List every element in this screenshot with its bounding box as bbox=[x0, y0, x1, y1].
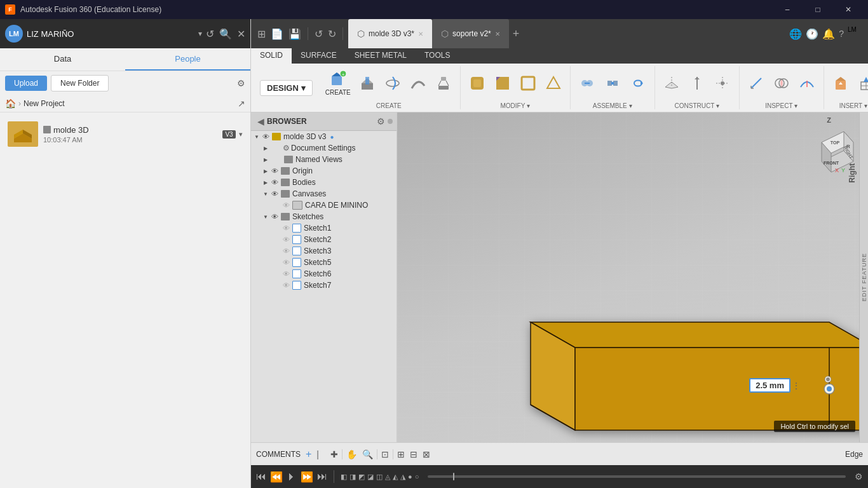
anim-next-icon[interactable]: ⏩ bbox=[301, 471, 313, 483]
visibility-icon[interactable]: 👁 bbox=[271, 213, 278, 220]
fillet-button[interactable] bbox=[466, 73, 489, 93]
measure-button[interactable] bbox=[745, 73, 768, 93]
upload-button[interactable]: Upload bbox=[5, 76, 47, 91]
kf-icon-6[interactable]: ◬ bbox=[385, 473, 390, 481]
expand-icon[interactable] bbox=[261, 166, 270, 175]
close-panel-icon[interactable]: ✕ bbox=[237, 28, 245, 40]
viewport[interactable]: Z R TOP FRONT RIGHT bbox=[397, 112, 868, 442]
vis-hidden-icon[interactable]: 👁 bbox=[283, 236, 290, 243]
undo-icon[interactable]: ↺ bbox=[313, 27, 324, 41]
loft-button[interactable] bbox=[432, 73, 455, 93]
refresh-icon[interactable]: ↺ bbox=[206, 28, 214, 40]
tree-item-doc-settings[interactable]: Document Settings bbox=[251, 142, 397, 154]
design-dropdown[interactable]: DESIGN ▾ bbox=[260, 80, 313, 96]
kf-icon-3[interactable]: ◩ bbox=[358, 473, 365, 481]
anim-first-icon[interactable]: ⏮ bbox=[256, 471, 266, 482]
insert-mesh-button[interactable] bbox=[855, 73, 868, 93]
chamfer-button[interactable] bbox=[491, 73, 514, 93]
insert-derive-button[interactable] bbox=[829, 73, 852, 93]
doc-tab-2-close[interactable]: ✕ bbox=[495, 30, 500, 37]
view-options-icon[interactable]: ⊠ bbox=[421, 448, 431, 461]
curvature-button[interactable] bbox=[796, 73, 818, 93]
orbit-icon[interactable]: ✋ bbox=[345, 448, 358, 461]
tree-item-root[interactable]: 👁 molde 3D v3 ● bbox=[251, 131, 397, 142]
tree-item-bodies[interactable]: 👁 Bodies bbox=[251, 177, 397, 188]
tree-item-sketches[interactable]: 👁 Sketches bbox=[251, 211, 397, 222]
interference-button[interactable] bbox=[770, 73, 793, 93]
save-icon[interactable]: 💾 bbox=[287, 27, 302, 41]
dimension-input[interactable]: 2.5 mm bbox=[749, 378, 790, 393]
redo-icon[interactable]: ↻ bbox=[327, 27, 337, 41]
point-button[interactable] bbox=[711, 73, 734, 93]
file-icon[interactable]: 📄 bbox=[269, 27, 285, 41]
pan-icon[interactable]: ✚ bbox=[329, 448, 339, 461]
tree-item-canvases[interactable]: 👁 Canvases bbox=[251, 188, 397, 200]
list-item[interactable]: molde 3D 10:03:47 AM V3 ▾ bbox=[5, 118, 245, 151]
add-tab-icon[interactable]: + bbox=[509, 27, 524, 41]
browser-collapse-icon[interactable]: ◀ bbox=[255, 115, 267, 128]
edit-feature-panel[interactable]: EDIT FEATURE bbox=[859, 112, 868, 442]
help-icon[interactable]: ? bbox=[839, 29, 844, 39]
expand-icon[interactable] bbox=[261, 144, 270, 152]
search-icon[interactable]: 🔍 bbox=[219, 28, 232, 40]
expand-icon[interactable] bbox=[261, 155, 270, 164]
tree-item-cara[interactable]: 👁 CARA DE MININO bbox=[251, 200, 397, 211]
rigid-group-button[interactable] bbox=[601, 73, 624, 93]
user-dropdown-icon[interactable]: ▾ bbox=[198, 29, 202, 38]
kf-icon-5[interactable]: ◫ bbox=[376, 473, 383, 481]
add-comment-icon[interactable]: + bbox=[306, 449, 311, 460]
doc-tab-close[interactable]: ✕ bbox=[418, 30, 423, 37]
vis-hidden-icon[interactable]: 👁 bbox=[283, 270, 290, 278]
kf-icon-10[interactable]: ○ bbox=[415, 473, 419, 480]
revolve-button[interactable] bbox=[381, 73, 404, 93]
kf-icon-2[interactable]: ◨ bbox=[349, 473, 356, 481]
tab-people[interactable]: People bbox=[125, 48, 250, 71]
maximize-button[interactable]: □ bbox=[803, 0, 832, 19]
vis-hidden-icon[interactable]: 👁 bbox=[283, 281, 290, 289]
tree-item-origin[interactable]: 👁 Origin bbox=[251, 165, 397, 177]
joint-button[interactable] bbox=[576, 73, 599, 93]
grid-toggle-icon[interactable]: ⊟ bbox=[409, 448, 419, 461]
tree-item-sketch2[interactable]: 👁 Sketch2 bbox=[251, 234, 397, 245]
browser-settings-icon[interactable]: ⚙ bbox=[377, 116, 385, 126]
tree-item-named-views[interactable]: Named Views bbox=[251, 154, 397, 165]
fit-view-icon[interactable]: ⊡ bbox=[380, 448, 390, 461]
expand-icon[interactable] bbox=[261, 178, 270, 187]
doc-tab-2[interactable]: ⬡ soporte v2* ✕ bbox=[432, 19, 509, 48]
vis-hidden-icon[interactable]: 👁 bbox=[283, 259, 290, 266]
doc-tab-active[interactable]: ⬡ molde 3D v3* ✕ bbox=[348, 19, 432, 48]
draft-button[interactable] bbox=[542, 73, 565, 93]
animation-timeline[interactable] bbox=[428, 475, 846, 478]
kf-icon-9[interactable]: ● bbox=[408, 473, 412, 480]
grid-icon[interactable]: ⊞ bbox=[256, 27, 267, 41]
axis-button[interactable] bbox=[686, 73, 709, 93]
dimension-menu-icon[interactable]: ⋮ bbox=[792, 381, 801, 391]
expand-icon[interactable] bbox=[261, 212, 270, 221]
tree-item-sketch7[interactable]: 👁 Sketch7 bbox=[251, 280, 397, 291]
sweep-button[interactable] bbox=[407, 73, 430, 93]
ribbon-tab-surface[interactable]: SURFACE bbox=[292, 48, 346, 64]
tree-item-sketch1[interactable]: 👁 Sketch1 bbox=[251, 222, 397, 234]
kf-icon-4[interactable]: ◪ bbox=[367, 473, 374, 481]
vis-hidden-icon[interactable]: 👁 bbox=[283, 224, 290, 232]
online-icon[interactable]: 🌐 bbox=[789, 28, 802, 40]
ribbon-tab-tools[interactable]: TOOLS bbox=[416, 48, 459, 64]
kf-icon-8[interactable]: ◮ bbox=[400, 473, 405, 481]
ribbon-tab-solid[interactable]: SOLID bbox=[251, 48, 292, 64]
shell-button[interactable] bbox=[517, 73, 539, 93]
toolbar-user-avatar[interactable]: LM bbox=[848, 26, 863, 41]
minimize-button[interactable]: – bbox=[773, 0, 802, 19]
clock-icon[interactable]: 🕐 bbox=[806, 28, 818, 40]
share-icon[interactable]: ↗ bbox=[238, 98, 245, 109]
tree-item-sketch5[interactable]: 👁 Sketch5 bbox=[251, 257, 397, 268]
comments-toggle-icon[interactable]: | bbox=[316, 449, 319, 459]
version-dropdown-icon[interactable]: ▾ bbox=[239, 130, 243, 138]
create-main-button[interactable]: + CREATE bbox=[323, 69, 353, 97]
expand-icon[interactable] bbox=[252, 132, 261, 141]
plane-button[interactable] bbox=[660, 73, 683, 93]
home-icon[interactable]: 🏠 bbox=[5, 98, 16, 109]
visibility-icon[interactable]: 👁 bbox=[262, 133, 269, 140]
visibility-icon[interactable]: 👁 bbox=[271, 190, 278, 198]
visibility-icon[interactable]: 👁 bbox=[271, 179, 278, 186]
visibility-icon[interactable]: 👁 bbox=[283, 201, 290, 209]
